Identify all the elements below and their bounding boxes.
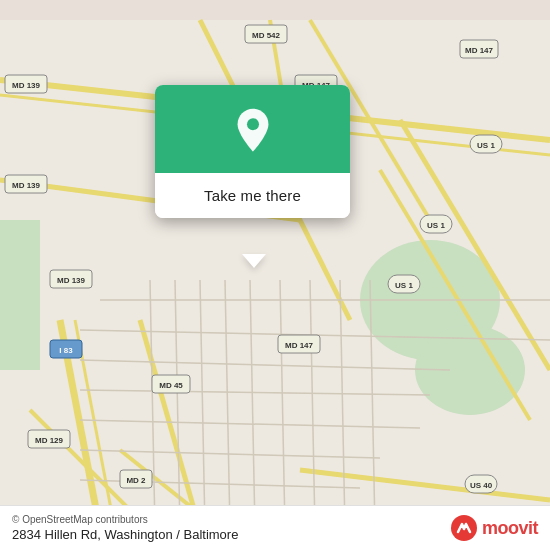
bottom-left: © OpenStreetMap contributors 2834 Hillen… bbox=[12, 514, 238, 542]
svg-text:MD 147: MD 147 bbox=[285, 341, 314, 350]
svg-text:MD 139: MD 139 bbox=[12, 181, 41, 190]
svg-text:US 1: US 1 bbox=[395, 281, 413, 290]
svg-rect-3 bbox=[0, 220, 40, 370]
svg-text:MD 542: MD 542 bbox=[252, 31, 281, 40]
svg-text:I 83: I 83 bbox=[59, 346, 73, 355]
bottom-bar: © OpenStreetMap contributors 2834 Hillen… bbox=[0, 505, 550, 550]
location-pin-icon bbox=[229, 107, 277, 155]
svg-text:MD 139: MD 139 bbox=[12, 81, 41, 90]
moovit-brand-icon bbox=[450, 514, 478, 542]
address-text: 2834 Hillen Rd, Washington / Baltimore bbox=[12, 527, 238, 542]
popup-tail bbox=[242, 254, 266, 268]
svg-text:US 40: US 40 bbox=[470, 481, 493, 490]
svg-text:US 1: US 1 bbox=[477, 141, 495, 150]
moovit-logo: moovit bbox=[450, 514, 538, 542]
popup-card: Take me there bbox=[155, 85, 350, 218]
popup-green-area bbox=[155, 85, 350, 173]
svg-text:MD 2: MD 2 bbox=[126, 476, 146, 485]
osm-credit: © OpenStreetMap contributors bbox=[12, 514, 238, 525]
svg-text:US 1: US 1 bbox=[427, 221, 445, 230]
take-me-there-button[interactable]: Take me there bbox=[155, 173, 350, 218]
map-svg: MD 139 MD 139 MD 139 MD 542 MD 147 D 147… bbox=[0, 0, 550, 550]
svg-point-67 bbox=[247, 118, 259, 130]
map-container: MD 139 MD 139 MD 139 MD 542 MD 147 D 147… bbox=[0, 0, 550, 550]
svg-text:MD 139: MD 139 bbox=[57, 276, 86, 285]
moovit-text: moovit bbox=[482, 518, 538, 539]
svg-text:MD 45: MD 45 bbox=[159, 381, 183, 390]
svg-text:MD 129: MD 129 bbox=[35, 436, 64, 445]
svg-text:MD 147: MD 147 bbox=[465, 46, 494, 55]
